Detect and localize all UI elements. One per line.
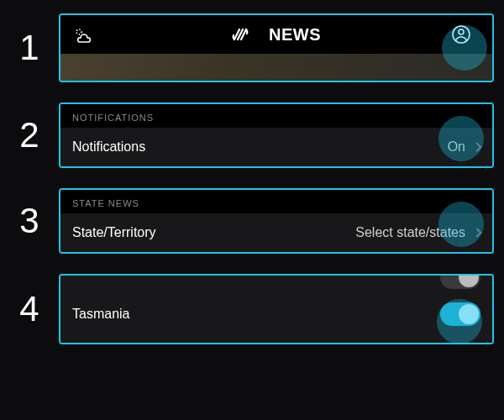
step-number: 1 — [0, 28, 59, 68]
state-news-panel: STATE NEWS State/Territory Select state/… — [59, 188, 494, 254]
section-header: NOTIFICATIONS — [60, 104, 492, 128]
profile-icon — [451, 24, 471, 45]
section-header: STATE NEWS — [60, 190, 492, 213]
header-hero-image — [60, 54, 492, 81]
app-header: NEWS — [60, 15, 492, 54]
chevron-right-icon — [472, 228, 481, 237]
state-territory-row[interactable]: State/Territory Select state/states — [60, 213, 492, 252]
state-label: Tasmania — [72, 307, 129, 322]
step-number: 3 — [0, 201, 59, 241]
weather-icon[interactable] — [72, 26, 94, 43]
app-header-panel: NEWS — [59, 13, 494, 82]
notifications-panel: NOTIFICATIONS Notifications On — [59, 102, 494, 168]
toggle-switch-tasmania[interactable] — [440, 302, 480, 326]
svg-point-0 — [76, 29, 81, 34]
state-toggle-panel: Tasmania — [59, 274, 494, 344]
brand-logo: NEWS — [232, 25, 321, 45]
list-item: Tasmania — [60, 294, 492, 334]
list-item — [60, 276, 492, 294]
chevron-right-icon — [472, 142, 481, 151]
row-value: Select state/states — [355, 225, 480, 240]
toggle-switch[interactable] — [440, 343, 480, 344]
toggle-switch[interactable] — [440, 274, 480, 289]
step-2: 2 NOTIFICATIONS Notifications On — [0, 102, 494, 168]
brand-text: NEWS — [269, 25, 321, 45]
step-number: 4 — [0, 289, 59, 329]
step-number: 2 — [0, 115, 59, 155]
row-label: State/Territory — [72, 225, 156, 240]
row-value: On — [448, 139, 480, 155]
step-4: 4 Tasmania — [0, 274, 494, 344]
svg-point-2 — [459, 29, 464, 34]
profile-button[interactable] — [442, 15, 480, 54]
list-item — [60, 334, 492, 344]
step-3: 3 STATE NEWS State/Territory Select stat… — [0, 188, 494, 254]
notifications-row[interactable]: Notifications On — [60, 128, 492, 166]
step-1: 1 NEWS — [0, 13, 494, 82]
row-label: Notifications — [72, 139, 145, 155]
abc-logo-icon — [232, 27, 264, 42]
